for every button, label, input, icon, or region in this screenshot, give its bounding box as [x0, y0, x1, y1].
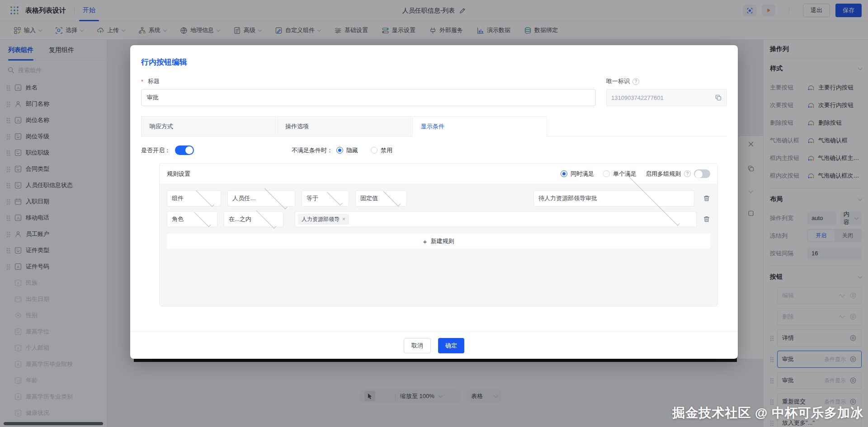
unmet-option[interactable]: 禁用 [371, 146, 392, 155]
help-icon[interactable]: ? [684, 170, 691, 177]
add-rule-button[interactable]: + 新建规则 [167, 234, 710, 249]
modal-tab[interactable]: 显示条件 [412, 116, 547, 136]
match-option[interactable]: 同时满足 [561, 170, 594, 178]
chevron-down-icon [256, 208, 276, 228]
multi-group-label: 启用多组规则 [646, 170, 681, 178]
uid-input [611, 94, 715, 101]
radio-icon[interactable] [603, 170, 610, 177]
chevron-down-icon [383, 189, 400, 206]
uid-box [606, 89, 727, 106]
enable-toggle[interactable] [175, 145, 194, 155]
chevron-down-icon [264, 186, 287, 209]
rules-options: 同时满足 单个满足 启用多组规则 ? [561, 169, 710, 178]
ok-button[interactable]: 确定 [438, 338, 464, 353]
rule-row: 角色 在...之内 人力资源部领导 × [167, 211, 710, 227]
unmet-option[interactable]: 隐藏 [336, 146, 358, 155]
delete-rule-icon[interactable] [703, 195, 710, 202]
rule-value-select[interactable]: 待人力资源部领导审批 [533, 190, 694, 206]
delete-rule-icon[interactable] [703, 216, 710, 223]
rules-panel: 规则设置 同时满足 单个满足 启用多组规则 ? 组件 人员任职信息状态 等于 [159, 163, 718, 306]
chevron-down-icon [194, 210, 211, 227]
remove-tag-icon[interactable]: × [342, 216, 345, 222]
plus-icon: + [423, 238, 427, 245]
rules-title: 规则设置 [167, 170, 190, 178]
rule-select[interactable]: 固定值 [355, 190, 407, 206]
title-field-label: 标题 [141, 77, 596, 85]
title-input[interactable] [141, 89, 596, 106]
modal-tab[interactable]: 操作选项 [277, 116, 411, 136]
rules-body: 组件 人员任职信息状态 等于 固定值 待人力资源部领导审批 角色 在...之内 [160, 184, 717, 306]
rule-select[interactable]: 人员任职信息状态 [227, 190, 295, 206]
radio-icon[interactable] [336, 147, 343, 154]
help-icon[interactable]: ? [632, 78, 639, 85]
rule-select[interactable]: 组件 [167, 190, 221, 206]
uid-field-label: 唯一标识 ? [606, 77, 727, 85]
modal-title: 行内按钮编辑 [141, 57, 727, 67]
copy-icon[interactable] [715, 94, 722, 101]
modal-tab[interactable]: 响应方式 [141, 116, 276, 136]
enable-label: 是否开启： [141, 146, 170, 155]
multi-group-toggle[interactable] [694, 169, 710, 178]
chevron-down-icon [196, 189, 214, 207]
modal-tabs: 响应方式操作选项显示条件 [141, 116, 727, 136]
cancel-button[interactable]: 取消 [404, 338, 431, 353]
unmet-label: 不满足条件时： [292, 146, 333, 155]
radio-icon[interactable] [371, 147, 377, 154]
rule-select[interactable]: 等于 [302, 190, 349, 206]
rule-select[interactable]: 在...之内 [224, 211, 283, 227]
inline-button-edit-modal: 行内按钮编辑 标题 唯一标识 ? 响应方式操作选项显示条件 [130, 45, 738, 359]
unmet-options: 不满足条件时： 隐藏 禁用 [292, 146, 401, 155]
chevron-down-icon [327, 190, 343, 206]
watermark: 掘金技术社区 @ 中杯可乐多加冰 [672, 404, 863, 422]
rule-tag-input[interactable]: 人力资源部领导 × [295, 211, 697, 227]
rule-select[interactable]: 角色 [167, 211, 217, 227]
radio-icon[interactable] [561, 170, 567, 177]
rule-row: 组件 人员任职信息状态 等于 固定值 待人力资源部领导审批 [167, 190, 710, 206]
tag-chip: 人力资源部领导 × [298, 214, 349, 225]
